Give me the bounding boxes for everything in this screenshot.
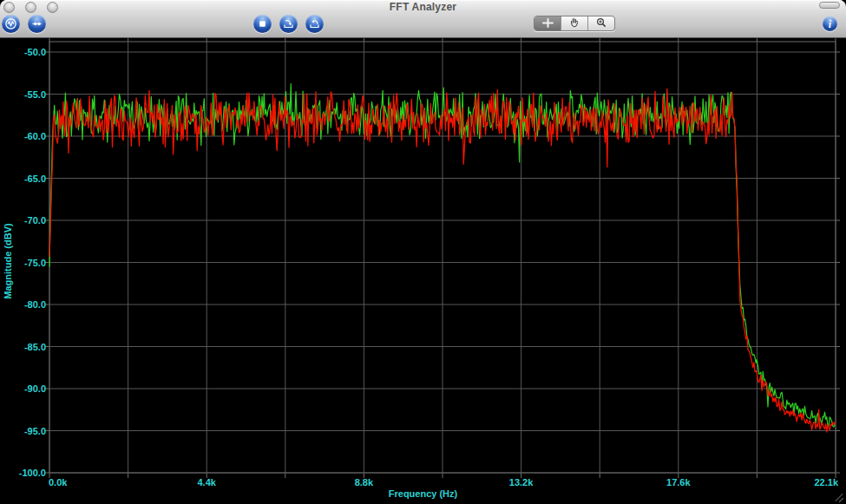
x-tick-label: 8.8k <box>355 477 374 488</box>
info-icon: i <box>829 19 831 29</box>
slider-icon <box>30 17 43 30</box>
tray-upload-icon <box>308 17 321 30</box>
crosshair-icon <box>542 16 554 31</box>
zoom-button[interactable] <box>47 2 58 13</box>
x-tick-label: 22.1k <box>814 477 838 488</box>
y-axis-title: Magnitude (dBV) <box>3 218 13 304</box>
input-levels-button[interactable] <box>28 15 46 33</box>
y-tick-label: -95.0 <box>24 426 46 436</box>
y-tick-label: -100.0 <box>19 468 46 478</box>
window-chrome: FFT Analyzer <box>0 0 846 38</box>
y-tick-label: -55.0 <box>24 89 46 100</box>
y-tick-label: -85.0 <box>24 342 46 352</box>
y-tick-label: -50.0 <box>24 47 46 57</box>
toolbar-toggle-button[interactable] <box>819 2 840 9</box>
resize-grip[interactable] <box>834 492 844 502</box>
y-tick-label: -65.0 <box>24 173 46 184</box>
signal-generator-button[interactable] <box>2 15 20 33</box>
window-controls <box>3 2 64 14</box>
close-button[interactable] <box>3 2 15 13</box>
pan-tool-button[interactable] <box>561 16 588 30</box>
x-tick-label: 0.0k <box>49 477 68 488</box>
hand-icon <box>569 16 580 31</box>
y-tick-label: -70.0 <box>24 215 46 226</box>
tool-mode-segmented-control <box>534 16 615 31</box>
y-tick-label: -60.0 <box>24 131 46 141</box>
minimize-button[interactable] <box>25 2 36 13</box>
x-axis-title: Frequency (Hz) <box>0 488 846 499</box>
x-tick-label: 4.4k <box>197 477 216 488</box>
zoom-tool-button[interactable] <box>588 16 614 30</box>
stop-button[interactable] <box>253 15 272 33</box>
stop-icon <box>256 17 269 30</box>
y-tick-label: -80.0 <box>24 299 46 310</box>
y-tick-label: -90.0 <box>24 383 46 394</box>
info-button[interactable]: i <box>823 16 837 31</box>
save-capture-button[interactable] <box>279 15 298 33</box>
x-tick-label: 13.2k <box>509 477 534 488</box>
fft-analyzer-window: -50.0-55.0-60.0-65.0-70.0-75.0-80.0-85.0… <box>0 0 846 504</box>
waveform-icon <box>4 17 17 30</box>
window-title: FFT Analyzer <box>0 1 846 13</box>
x-tick-label: 17.6k <box>666 477 691 488</box>
fft-plot[interactable]: -50.0-55.0-60.0-65.0-70.0-75.0-80.0-85.0… <box>0 0 846 504</box>
tray-download-icon <box>282 17 295 30</box>
y-tick-label: -75.0 <box>24 258 46 268</box>
crosshair-tool-button[interactable] <box>534 16 561 30</box>
magnifier-plus-icon <box>596 16 607 31</box>
restore-capture-button[interactable] <box>305 15 324 33</box>
